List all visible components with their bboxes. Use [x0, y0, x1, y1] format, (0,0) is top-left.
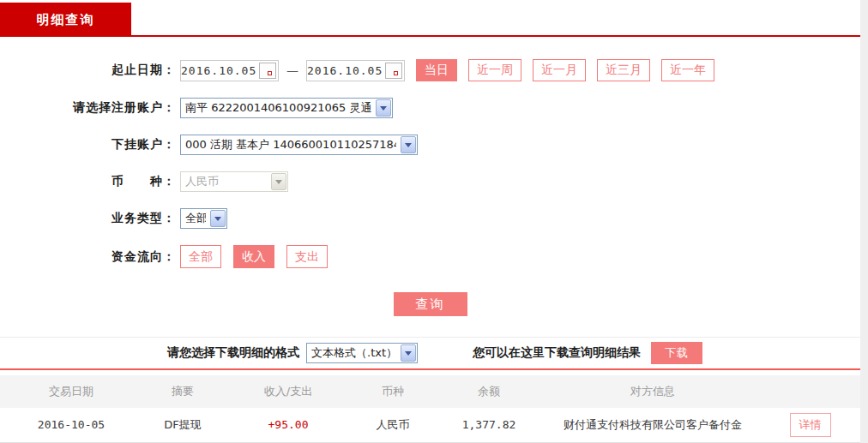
cell-amount: +95.00: [223, 408, 353, 442]
table-row: 2016-10-05 DF提现 +95.00 人民币 1,377.82 财付通支…: [0, 408, 860, 442]
cell-summary: DF提现: [142, 408, 223, 442]
date-range-row: 起止日期： — 当日 近一周 近一月 近三月 近一年: [0, 59, 860, 81]
range-button-month[interactable]: 近一月: [533, 59, 586, 81]
register-account-row: 请选择注册账户： 南平 6222001406100921065 灵通卡: [0, 98, 860, 118]
detail-query-page: 明细查询 起止日期： — 当日 近一周 近一月 近三月 近一年: [0, 0, 860, 436]
date-from-input[interactable]: [181, 64, 256, 77]
currency-value: 人民币: [185, 174, 219, 189]
header-action: [760, 375, 860, 408]
business-type-select[interactable]: 全部: [180, 208, 227, 229]
sub-account-select[interactable]: 000 活期 基本户 1406600101102571848: [180, 135, 418, 155]
download-format-value: 文本格式（.txt）: [311, 345, 396, 361]
query-button-row: 查询: [0, 284, 860, 337]
range-button-year[interactable]: 近一年: [661, 59, 714, 81]
cell-balance: 1,377.82: [432, 408, 546, 442]
header-balance: 余额: [432, 375, 546, 408]
date-from-field[interactable]: [180, 60, 279, 81]
range-button-week[interactable]: 近一周: [468, 59, 521, 81]
fund-flow-row: 资金流向： 全部 收入 支出: [0, 245, 860, 268]
fund-flow-label: 资金流向：: [0, 249, 180, 265]
business-type-label: 业务类型：: [0, 211, 180, 226]
register-account-value: 南平 6222001406100921065 灵通卡: [185, 100, 371, 116]
date-to-field[interactable]: [306, 60, 405, 81]
date-to-input[interactable]: [307, 64, 383, 77]
download-hint: 您可以在这里下载查询明细结果: [473, 345, 641, 361]
chevron-down-icon[interactable]: [376, 99, 391, 117]
flow-button-income[interactable]: 收入: [233, 245, 274, 268]
header-trade-date: 交易日期: [0, 375, 142, 408]
chevron-down-icon[interactable]: [210, 210, 226, 227]
download-bar: 请您选择下载明细的格式 文本格式（.txt） 您可以在这里下载查询明细结果 下载: [0, 337, 860, 368]
cell-counterparty: 财付通支付科技有限公司客户备付金: [546, 408, 760, 442]
date-separator: —: [286, 63, 298, 77]
range-button-today[interactable]: 当日: [416, 59, 457, 81]
header-counterparty: 对方信息: [546, 375, 760, 408]
download-button[interactable]: 下载: [651, 342, 702, 364]
cell-trade-date: 2016-10-05: [0, 408, 142, 442]
chevron-down-icon[interactable]: [401, 344, 416, 362]
header-currency: 币种: [353, 375, 432, 408]
detail-button[interactable]: 详情: [790, 413, 831, 437]
download-format-select[interactable]: 文本格式（.txt）: [306, 343, 418, 363]
flow-button-expense[interactable]: 支出: [286, 245, 328, 268]
currency-label: 币 种：: [0, 174, 180, 189]
cell-action: 详情: [760, 408, 860, 442]
header-income-expense: 收入/支出: [223, 375, 353, 408]
register-account-label: 请选择注册账户：: [0, 100, 180, 116]
table-header-row: 交易日期 摘要 收入/支出 币种 余额 对方信息: [0, 375, 860, 408]
download-format-label: 请您选择下载明细的格式: [167, 345, 299, 361]
currency-select: 人民币: [180, 171, 288, 192]
chevron-down-icon: [271, 173, 286, 190]
sub-account-value: 000 活期 基本户 1406600101102571848: [185, 137, 396, 153]
business-type-value: 全部: [185, 211, 206, 226]
query-form: 起止日期： — 当日 近一周 近一月 近三月 近一年 请选择注册账户：: [0, 37, 860, 337]
date-range-label: 起止日期：: [0, 63, 180, 78]
business-type-row: 业务类型： 全部: [0, 208, 860, 229]
sub-account-row: 下挂账户： 000 活期 基本户 1406600101102571848: [0, 135, 860, 155]
calendar-icon[interactable]: [259, 63, 276, 79]
currency-row: 币 种： 人民币: [0, 171, 860, 192]
result-table: 交易日期 摘要 收入/支出 币种 余额 对方信息 2016-10-05 DF提现…: [0, 375, 860, 443]
range-button-quarter[interactable]: 近三月: [597, 59, 650, 81]
tab-detail-query[interactable]: 明细查询: [0, 3, 131, 37]
cell-currency: 人民币: [353, 408, 432, 442]
calendar-icon[interactable]: [385, 63, 402, 79]
register-account-select[interactable]: 南平 6222001406100921065 灵通卡: [180, 98, 393, 118]
tab-bar: 明细查询: [0, 0, 860, 37]
sub-account-label: 下挂账户：: [0, 137, 180, 153]
chevron-down-icon[interactable]: [401, 136, 416, 153]
flow-button-all[interactable]: 全部: [180, 245, 221, 268]
header-summary: 摘要: [142, 375, 223, 408]
query-button[interactable]: 查询: [394, 292, 467, 316]
